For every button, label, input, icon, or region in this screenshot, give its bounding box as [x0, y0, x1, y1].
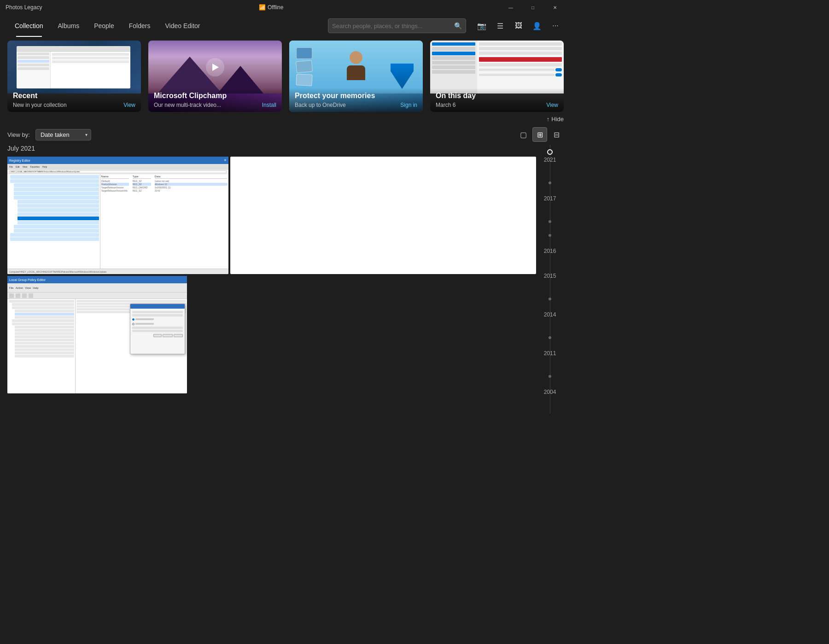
promo-footer-onthisday: March 6 View: [436, 102, 558, 108]
view-mode-grid-small[interactable]: ⊟: [549, 127, 564, 142]
filter-button[interactable]: ☰: [492, 18, 508, 34]
promo-card-protect[interactable]: Protect your memories Back up to OneDriv…: [289, 41, 423, 112]
reg-item: [10, 237, 99, 241]
promo-card-clipchamp[interactable]: Microsoft Clipchamp Our new multi-track …: [148, 41, 282, 112]
settings-nav: [430, 41, 477, 94]
tab-people[interactable]: People: [87, 15, 122, 37]
tab-folders[interactable]: Folders: [122, 15, 158, 37]
photo-grid: July 2021 Registry Editor ✕ File Edit Vi…: [7, 145, 536, 414]
promo-card-onthisday[interactable]: On this day March 6 View: [430, 41, 564, 112]
viewby-section: View by: Date taken Date created Date mo…: [0, 124, 571, 145]
timeline-line: [550, 145, 550, 414]
photo-thumb-white[interactable]: [230, 157, 536, 274]
promo-title-recent: Recent: [13, 92, 135, 100]
photo-row-1: Registry Editor ✕ File Edit View Favorit…: [7, 157, 536, 274]
import-button[interactable]: 📷: [473, 18, 490, 34]
reg-item: [18, 221, 99, 224]
promo-action-onthisday[interactable]: View: [546, 102, 558, 108]
content-row: [52, 60, 129, 63]
toggle-on: [555, 68, 562, 71]
photo-mini-1: [296, 47, 312, 59]
timeline-year-2015[interactable]: 2015: [544, 273, 556, 279]
app-title: Photos Legacy: [6, 4, 42, 11]
reg-cell-data: 21H2: [155, 189, 228, 192]
hide-label: Hide: [551, 116, 564, 123]
figure-head: [350, 51, 362, 64]
gp-toolbar-help: Help: [33, 287, 38, 289]
timeline-dot-2017: [549, 181, 551, 184]
reg-cell-data: 0x00000001 (1): [155, 186, 228, 189]
timeline-year-2017[interactable]: 2017: [544, 195, 556, 202]
protect-figure: [344, 51, 369, 83]
reg-row-selected: ProductVersion REG_SZ Windows 10: [101, 183, 228, 186]
gp-tree-item: [15, 326, 74, 328]
year-section-2021: July 2021 Registry Editor ✕ File Edit Vi…: [7, 145, 536, 393]
view-mode-single[interactable]: ▢: [516, 127, 531, 142]
promo-subtitle-recent: New in your collection: [13, 102, 67, 108]
promo-action-recent[interactable]: View: [123, 102, 135, 108]
share-button[interactable]: 🖼: [510, 18, 527, 34]
reg-cell-data: Windows 10: [155, 183, 228, 186]
sidebar-row: [18, 56, 49, 59]
promo-footer-clipchamp: Our new multi-track video... Install: [154, 102, 276, 108]
navbar: Collection Albums People Folders Video E…: [0, 15, 571, 37]
gp-tree-item: [12, 319, 74, 322]
reg-item: [14, 196, 99, 199]
promo-action-clipchamp[interactable]: Install: [262, 102, 276, 108]
timeline-year-2004[interactable]: 2004: [544, 389, 556, 395]
timeline-dot: [549, 375, 551, 378]
promo-footer-recent: New in your collection View: [13, 102, 135, 108]
viewby-select[interactable]: Date taken Date created Date modified: [35, 129, 91, 141]
gp-toolbar: File Action View Help: [7, 283, 187, 293]
gp-tree-root: [9, 300, 74, 303]
radio-disabled: [132, 323, 134, 325]
tab-video-editor[interactable]: Video Editor: [158, 15, 207, 37]
gp-tree-item-active: [15, 313, 74, 316]
reg-address-text: HKEY_LOCAL_MACHINE\SOFTWARE\Policies\Mic…: [11, 170, 80, 173]
photo-thumb-grouppolicy[interactable]: Local Group Policy Editor File Action Vi…: [7, 276, 187, 393]
timeline-year-2014[interactable]: 2014: [544, 311, 556, 318]
timeline: 2021 2017 2016 2015 2014 2011 2004: [536, 145, 564, 414]
minimize-button[interactable]: —: [500, 0, 521, 15]
radio-disabled-label: [135, 323, 154, 325]
promo-action-protect[interactable]: Sign in: [400, 102, 417, 108]
gp-icon: [22, 293, 27, 298]
hide-button[interactable]: ↑ Hide: [547, 116, 564, 123]
gp-tree-item: [12, 322, 74, 325]
reg-menu-favorites: Favorites: [30, 165, 40, 168]
more-button[interactable]: ···: [547, 18, 564, 34]
promo-card-recent[interactable]: Recent New in your collection View: [7, 41, 141, 112]
maximize-button[interactable]: □: [522, 0, 543, 15]
titlebar: Photos Legacy 📶 Offline — □ ✕: [0, 0, 571, 15]
reg-address-input: HKEY_LOCAL_MACHINE\SOFTWARE\Policies\Mic…: [9, 170, 227, 173]
timeline-year-2021[interactable]: 2021: [544, 157, 556, 163]
promo-footer-protect: Back up to OneDrive Sign in: [295, 102, 417, 108]
registry-screen: Registry Editor ✕ File Edit View Favorit…: [7, 157, 228, 274]
reg-cell-name: TargetReleaseVersionInfo: [101, 189, 129, 192]
timeline-year-2011[interactable]: 2011: [544, 350, 556, 357]
reg-item: [18, 212, 99, 216]
tab-albums[interactable]: Albums: [50, 15, 87, 37]
gp-dialog-buttons: [132, 334, 183, 337]
reg-item: [18, 204, 99, 208]
timeline-year-2016[interactable]: 2016: [544, 248, 556, 254]
view-mode-grid-medium[interactable]: ⊞: [532, 127, 547, 142]
clipchamp-overlay: Microsoft Clipchamp Our new multi-track …: [148, 88, 282, 112]
search-input[interactable]: [332, 23, 451, 29]
account-button[interactable]: 👤: [529, 18, 545, 34]
close-button[interactable]: ✕: [544, 0, 566, 15]
photo-thumb-registry[interactable]: Registry Editor ✕ File Edit View Favorit…: [7, 157, 228, 274]
gp-tree-item: [15, 355, 74, 357]
reg-item: [14, 225, 99, 228]
timeline-circle-top[interactable]: [547, 149, 553, 155]
reg-row: TargetReleaseVersion REG_DWORD 0x0000000…: [101, 186, 228, 189]
recent-card-bg: [7, 41, 141, 94]
gp-tree-item: [12, 306, 74, 309]
reg-content: Name Type Data (Default) REG_SZ (value n…: [100, 174, 228, 269]
reg-titlebar: Registry Editor ✕: [7, 157, 228, 164]
tab-collection[interactable]: Collection: [7, 15, 50, 37]
search-icon[interactable]: 🔍: [454, 22, 462, 29]
gp-icon: [16, 293, 20, 298]
col-type: Type: [133, 175, 151, 179]
reg-cell-name: TargetReleaseVersion: [101, 186, 129, 189]
